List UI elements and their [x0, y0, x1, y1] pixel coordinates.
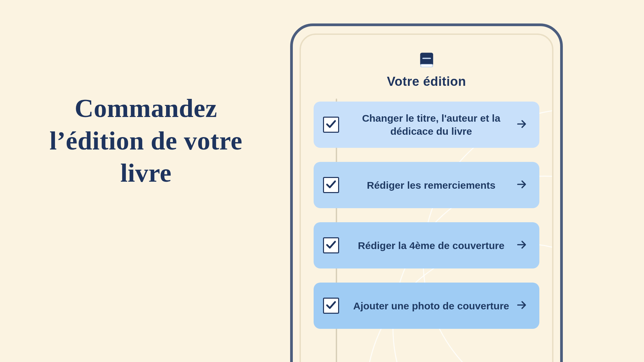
task-label: Rédiger la 4ème de couverture: [348, 239, 514, 252]
book-icon: [417, 50, 436, 71]
task-arrow[interactable]: [514, 239, 529, 252]
task-item-cover-photo[interactable]: Ajouter une photo de couverture: [314, 283, 539, 329]
arrow-right-icon: [516, 118, 527, 131]
task-item-change-title[interactable]: Changer le titre, l'auteur et la dédicac…: [314, 102, 539, 148]
svg-rect-0: [420, 53, 433, 66]
task-label: Ajouter une photo de couverture: [348, 299, 514, 312]
arrow-right-icon: [516, 239, 527, 252]
task-item-back-cover[interactable]: Rédiger la 4ème de couverture: [314, 222, 539, 268]
checkmark-icon: [325, 299, 337, 312]
task-checkbox[interactable]: [323, 177, 339, 193]
task-label: Changer le titre, l'auteur et la dédicac…: [348, 112, 514, 138]
page-headline: Commandez l’édition de votre livre: [39, 92, 253, 189]
task-checkbox[interactable]: [323, 117, 339, 133]
arrow-right-icon: [516, 179, 527, 191]
edition-title: Votre édition: [313, 74, 540, 89]
edition-header: Votre édition: [313, 50, 540, 89]
task-arrow[interactable]: [514, 299, 529, 312]
phone-screen: Votre édition Changer le titre, l'auteur…: [300, 34, 553, 362]
checkmark-icon: [325, 178, 337, 192]
svg-rect-2: [421, 65, 432, 67]
task-arrow[interactable]: [514, 179, 529, 191]
checkmark-icon: [325, 239, 337, 252]
task-checkbox[interactable]: [323, 298, 339, 314]
task-list: Changer le titre, l'auteur et la dédicac…: [313, 102, 540, 329]
task-label: Rédiger les remerciements: [348, 179, 514, 192]
task-checkbox[interactable]: [323, 237, 339, 253]
task-item-acknowledgements[interactable]: Rédiger les remerciements: [314, 162, 539, 208]
checkmark-icon: [325, 118, 337, 131]
task-arrow[interactable]: [514, 118, 529, 131]
phone-mockup: Votre édition Changer le titre, l'auteur…: [290, 23, 563, 362]
arrow-right-icon: [516, 299, 527, 312]
